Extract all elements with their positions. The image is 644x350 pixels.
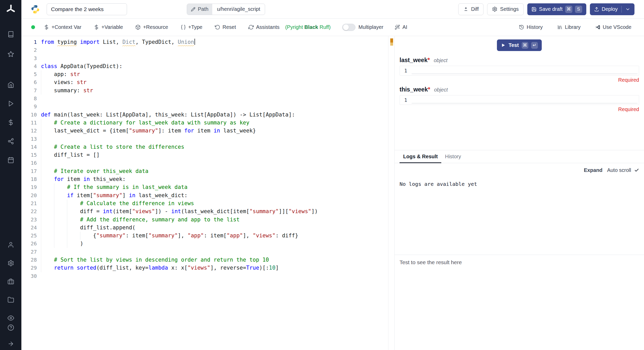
assistants-hint: (Pyright Black Ruff) (285, 24, 331, 30)
code-line[interactable]: 26 ) (21, 240, 388, 248)
code-line[interactable]: 18 for item in this_week: (21, 175, 388, 183)
sidebar-arrow-right[interactable] (6, 339, 15, 349)
indent-guide (41, 87, 41, 95)
script-title-input[interactable]: Compare the 2 weeks (47, 3, 127, 15)
code-line[interactable]: 3 (21, 54, 388, 62)
indent-guide (41, 248, 41, 256)
arg-input-content[interactable] (412, 66, 639, 75)
sidebar-help[interactable] (6, 323, 15, 333)
path-value: u/henri/agile_script (212, 6, 265, 12)
line-number: 15 (21, 151, 41, 159)
code-editor[interactable]: 1from typing import List, Dict, TypedDic… (21, 36, 388, 350)
code-line[interactable]: 22 diff = int(item["views"]) - int(last_… (21, 207, 388, 215)
deploy-button[interactable]: Deploy (590, 3, 634, 15)
test-button[interactable]: Test ⌘ ↵ (497, 39, 542, 51)
code-line[interactable]: 2 (21, 46, 388, 54)
toolbar-context-var-button[interactable]: +Context Var (44, 24, 81, 30)
arg-input-this_week[interactable]: 1 (400, 95, 639, 105)
tab-history[interactable]: History (441, 150, 464, 163)
code-line[interactable]: 30 (21, 272, 388, 280)
settings-button[interactable]: Settings (487, 3, 523, 15)
toolbar-resource-button[interactable]: +Resource (135, 24, 168, 30)
chevron-down-icon[interactable] (625, 7, 630, 12)
play-icon (7, 100, 14, 107)
logs-tabs: Logs & Result History (395, 150, 644, 163)
vscode-icon (595, 24, 600, 30)
editor-scrollbar[interactable] (388, 36, 394, 350)
arg-input-content[interactable] (412, 95, 639, 105)
dollar-icon (44, 24, 49, 30)
code-line[interactable]: 10def main(last_week: List[AppData], thi… (21, 111, 388, 119)
toolbar-use-vscode-button[interactable]: Use VScode (595, 24, 631, 30)
sidebar-calendar[interactable] (6, 156, 15, 165)
cmd-key-badge: ⌘ (565, 6, 572, 13)
toolbar-assistants-button[interactable]: Assistants (248, 24, 279, 30)
arg-input-underline (412, 103, 638, 103)
code-line[interactable]: 28 # Sort the list by views in descendin… (21, 256, 388, 264)
code-line[interactable]: 6 views: str (21, 78, 388, 86)
ai-button[interactable]: AI (395, 24, 407, 30)
code-line[interactable]: 27 (21, 248, 388, 256)
path-group[interactable]: Path u/henri/agile_script (187, 4, 265, 15)
code-line[interactable]: 13 (21, 135, 388, 143)
multiplayer-toggle[interactable] (342, 24, 355, 31)
code-line[interactable]: 29 return sorted(diff_list, key=lambda x… (21, 264, 388, 272)
code-line[interactable]: 17 # Iterate over this_week data (21, 167, 388, 175)
code-line[interactable]: 9 (21, 103, 388, 111)
sidebar-star[interactable] (6, 50, 15, 59)
indent-guide (41, 232, 41, 240)
tab-logs-result[interactable]: Logs & Result (400, 150, 441, 163)
line-number: 24 (21, 224, 41, 232)
sidebar-home[interactable] (6, 80, 15, 90)
sidebar-folder[interactable] (6, 295, 15, 305)
code-line[interactable]: 20 if item["summary"] in last_week_dict: (21, 191, 388, 199)
s-key-badge: S (575, 6, 582, 13)
expand-button[interactable]: Expand (584, 167, 602, 173)
code-line[interactable]: 11 # Create a dictionary for last_week d… (21, 119, 388, 127)
indent-guide (67, 199, 67, 207)
toolbar-variable-button[interactable]: +Variable (94, 24, 123, 30)
toolbar-library-button[interactable]: Library (557, 24, 581, 30)
diff-button[interactable]: Diff (458, 3, 484, 15)
sidebar-play[interactable] (6, 99, 15, 109)
folder-icon (7, 296, 14, 303)
sidebar-user[interactable] (6, 240, 15, 250)
code-line[interactable]: 4class AppData(TypedDict): (21, 62, 388, 70)
code-text: # If the summary is in last_week data (41, 183, 388, 191)
code-line[interactable]: 8 (21, 95, 388, 103)
line-number: 14 (21, 143, 41, 151)
code-text (41, 54, 388, 62)
toolbar-history-button[interactable]: History (519, 24, 543, 30)
sidebar-eye[interactable] (6, 314, 15, 323)
toolbar-reset-button[interactable]: Reset (215, 24, 236, 30)
indent-guide (54, 232, 54, 240)
code-line[interactable]: 12 last_week_dict = {item["summary"]: it… (21, 127, 388, 135)
code-line[interactable]: 21 # Calculate the difference in views (21, 199, 388, 207)
code-line[interactable]: 25 {"summary": item["summary"], "app": i… (21, 232, 388, 240)
arg-type: object (434, 57, 447, 63)
toolbar-type-button[interactable]: +Type (181, 24, 202, 30)
code-line[interactable]: 16 (21, 159, 388, 167)
code-line[interactable]: 24 diff_list.append( (21, 224, 388, 232)
sidebar-briefcase[interactable] (6, 277, 15, 287)
save-draft-button[interactable]: Save draft ⌘ S (527, 3, 586, 15)
diff-icon (463, 6, 469, 12)
code-line[interactable]: 15 diff_list = [] (21, 151, 388, 159)
check-icon[interactable] (634, 168, 639, 173)
code-line[interactable]: 7 summary: str (21, 87, 388, 95)
code-line[interactable]: 23 # Add the difference, summary and app… (21, 216, 388, 224)
code-line[interactable]: 14 # Create a list to store the differen… (21, 143, 388, 151)
sidebar-dollar[interactable] (6, 118, 15, 128)
arg-type: object (434, 87, 448, 93)
arg-input-last_week[interactable]: 1 (400, 66, 639, 76)
sidebar-share[interactable] (6, 137, 15, 146)
code-line[interactable]: 5 app: str (21, 70, 388, 78)
line-number: 23 (21, 216, 41, 224)
sidebar-gear[interactable] (6, 259, 15, 268)
required-asterisk: * (428, 57, 430, 64)
toolbar-label: Assistants (256, 24, 279, 30)
sidebar-book[interactable] (6, 30, 15, 39)
windmill-logo-icon[interactable] (6, 4, 16, 15)
code-line[interactable]: 1from typing import List, Dict, TypedDic… (21, 38, 388, 46)
code-line[interactable]: 19 # If the summary is in last_week data (21, 183, 388, 191)
